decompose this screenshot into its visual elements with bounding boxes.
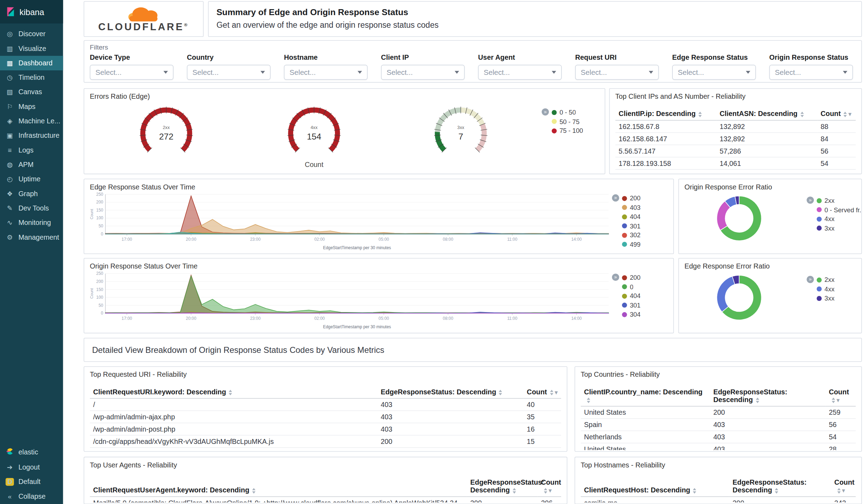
sidebar-item-canvas[interactable]: ▧Canvas <box>0 85 63 99</box>
table-row[interactable]: Netherlands40354 <box>581 431 856 443</box>
legend-item[interactable]: 200 <box>622 194 640 203</box>
filter-select[interactable]: Select... <box>769 65 853 80</box>
table-row[interactable]: /wp-admin/admin-ajax.php40335 <box>90 411 561 423</box>
donut-legend-wrap: » 2xx0 - Served fr...4xx3xx <box>807 196 858 233</box>
filter-select[interactable]: Select... <box>187 65 270 80</box>
legend-item[interactable]: 3xx <box>817 224 862 233</box>
svg-text:150: 150 <box>96 287 103 292</box>
sidebar-item-apm[interactable]: ◍APM <box>0 157 63 172</box>
legend-item[interactable]: 404 <box>622 212 640 221</box>
legend-item[interactable]: 0 <box>622 282 640 291</box>
legend-item[interactable]: 0 - 50 <box>552 108 583 117</box>
legend-item[interactable]: 0 - Served fr... <box>817 205 862 214</box>
origin-error-ratio-donut[interactable] <box>711 190 767 246</box>
sidebar-item-label: Logout <box>18 464 40 471</box>
sidebar-item-monitoring[interactable]: ∿Monitoring <box>0 215 63 230</box>
filter-select[interactable]: Select... <box>672 65 756 80</box>
table-row[interactable]: 162.158.67.8132,89288 <box>615 120 856 133</box>
kibana-logo[interactable]: kibana <box>0 0 63 24</box>
legend-item[interactable]: 4xx <box>817 214 862 224</box>
column-header[interactable]: Count▾ <box>538 476 561 497</box>
table-row[interactable]: Mozilla/5.0 (compatible; CloudFlare-Alwa… <box>90 497 561 503</box>
sidebar-item-visualize[interactable]: ▥Visualize <box>0 41 63 56</box>
column-header[interactable]: ClientIP.ip: Descending <box>615 108 716 121</box>
column-header[interactable]: ClientASN: Descending <box>716 108 817 121</box>
sidebar-item-elastic[interactable]: elastic <box>0 445 63 460</box>
legend-item[interactable]: 301 <box>622 301 640 310</box>
table-row[interactable]: United States40328 <box>581 443 856 450</box>
column-header[interactable]: ClientRequestURI.keyword: Descending <box>90 386 377 399</box>
column-header[interactable]: Count▾ <box>831 476 856 497</box>
legend-item[interactable]: 2xx <box>817 196 862 205</box>
column-header[interactable]: EdgeResponseStatus: Descending <box>729 476 831 497</box>
column-header[interactable]: ClientRequestHost: Descending <box>581 476 729 497</box>
sidebar-item-ml[interactable]: ◈Machine Le... <box>0 114 63 128</box>
column-header[interactable]: EdgeResponseStatus: Descending <box>710 386 826 406</box>
column-header[interactable]: ClientRequestUserAgent.keyword: Descendi… <box>90 476 467 497</box>
sidebar-item-default[interactable]: DDefault <box>0 474 63 489</box>
sidebar-item-dashboard[interactable]: ▦Dashboard <box>0 56 63 70</box>
sidebar-item-management[interactable]: ⚙Management <box>0 230 63 245</box>
legend-toggle-icon[interactable]: » <box>612 194 619 202</box>
sidebar-item-timelion[interactable]: ◷Timelion <box>0 70 63 85</box>
sidebar-item-collapse[interactable]: «Collapse <box>0 489 63 504</box>
table-row[interactable]: /cdn-cgi/apps/head/xVgyKhR-vV3dAUGhMqfBc… <box>90 435 561 447</box>
sidebar-item-discover[interactable]: ◎Discover <box>0 27 63 41</box>
legend-item[interactable]: 200 <box>622 273 640 282</box>
sidebar-item-graph[interactable]: ❖Graph <box>0 187 63 201</box>
panel-title: Top Client IPs and AS Number - Reliabili… <box>610 89 861 101</box>
sidebar-item-logs[interactable]: ≡Logs <box>0 143 63 157</box>
table-row[interactable]: 178.128.193.15814,06154 <box>615 157 856 169</box>
column-header[interactable]: Count▾ <box>817 108 856 121</box>
edge-over-time-chart[interactable]: 05010015020025017:0020:0023:0002:0005:00… <box>89 192 613 251</box>
sidebar-item-uptime[interactable]: ◴Uptime <box>0 172 63 186</box>
legend-item[interactable]: 302 <box>622 231 640 240</box>
filter-select[interactable]: Select... <box>575 65 659 80</box>
column-header[interactable]: ClientIP.country_name: Descending <box>581 386 710 406</box>
table-row[interactable]: 162.158.68.147132,89284 <box>615 133 856 145</box>
column-header[interactable]: EdgeResponseStatus: Descending <box>377 386 524 399</box>
sidebar-item-infra[interactable]: ▣Infrastructure <box>0 128 63 143</box>
edge-error-ratio-donut[interactable] <box>711 270 767 325</box>
table-cell: / <box>90 399 377 411</box>
legend-item[interactable]: 4xx <box>817 284 835 293</box>
legend-item[interactable]: 499 <box>622 240 640 249</box>
table-row[interactable]: Spain40356 <box>581 419 856 431</box>
column-header[interactable]: Count▾ <box>826 386 856 406</box>
legend-color-dot <box>817 296 822 301</box>
legend-toggle-icon[interactable]: » <box>807 276 814 283</box>
table-row[interactable]: /wp-admin/admin-post.php40316 <box>90 423 561 435</box>
filter-select[interactable]: Select... <box>284 65 368 80</box>
legend-toggle-icon[interactable]: » <box>612 273 619 281</box>
legend-item[interactable]: 301 <box>622 221 640 231</box>
legend-item[interactable]: 75 - 100 <box>552 126 583 135</box>
legend-item[interactable]: 3xx <box>817 294 835 303</box>
sidebar-item-label: Maps <box>18 103 35 110</box>
svg-text:14:00: 14:00 <box>571 316 582 321</box>
origin-over-time-chart[interactable]: 05010015020025017:0020:0023:0002:0005:00… <box>89 271 613 330</box>
legend-item[interactable]: 404 <box>622 291 640 301</box>
top-countries-table: ClientIP.country_name: DescendingEdgeRes… <box>581 386 856 450</box>
column-header[interactable]: EdgeResponseStatus: Descending <box>467 476 538 497</box>
sidebar-item-devtools[interactable]: ✎Dev Tools <box>0 201 63 215</box>
column-header[interactable]: Count▾ <box>524 386 561 399</box>
table-row[interactable]: United States200259 <box>581 406 856 419</box>
edge-response-over-time-panel: Edge Response Status Over Time 050100150… <box>84 179 674 254</box>
table-row[interactable]: /40340 <box>90 399 561 411</box>
legend-item[interactable]: 50 - 75 <box>552 117 583 126</box>
visualize-icon: ▥ <box>6 45 14 52</box>
table-row[interactable]: camilia.me200242 <box>581 497 856 503</box>
legend-item[interactable]: 403 <box>622 203 640 212</box>
table-cell: 178.128.193.158 <box>615 157 716 169</box>
legend-toggle-icon[interactable]: » <box>542 108 549 116</box>
filter-select[interactable]: Select... <box>90 65 173 80</box>
svg-text:Count: Count <box>90 209 94 219</box>
filter-select[interactable]: Select... <box>381 65 465 80</box>
legend-item[interactable]: 304 <box>622 310 640 319</box>
legend-item[interactable]: 2xx <box>817 275 835 284</box>
sidebar-item-maps[interactable]: ⚐Maps <box>0 99 63 114</box>
table-row[interactable]: 5.56.57.14757,28656 <box>615 145 856 157</box>
filter-select[interactable]: Select... <box>478 65 562 80</box>
legend-toggle-icon[interactable]: » <box>807 196 814 204</box>
sidebar-item-logout[interactable]: ➔Logout <box>0 460 63 474</box>
